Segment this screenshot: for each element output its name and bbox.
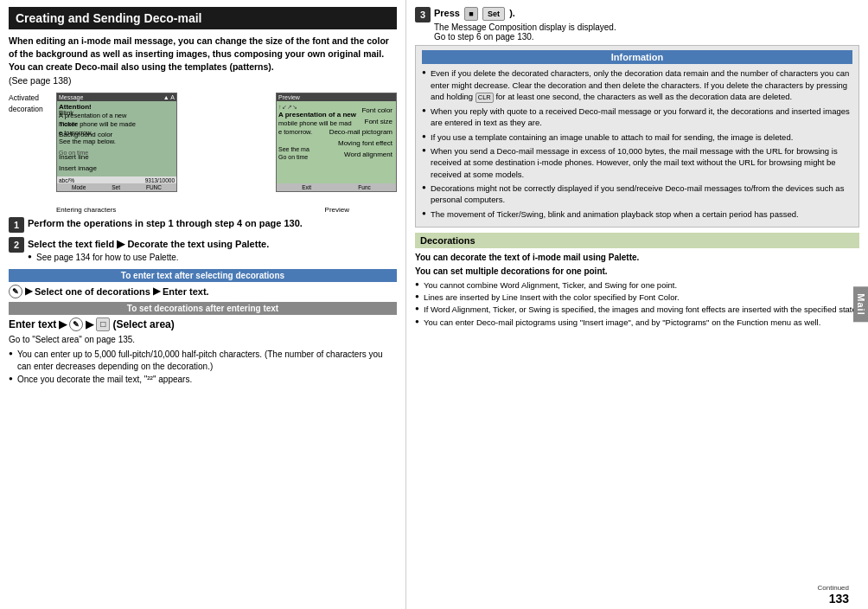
step3: 3 Press ■ Set ). The Message Composition… (415, 7, 859, 42)
left-panel: Creating and Sending Deco-mail When edit… (0, 0, 406, 609)
step3-content: Press ■ Set ). The Message Composition d… (434, 7, 859, 42)
deco-bold1: You can decorate the text of i-mode mail… (415, 252, 859, 264)
deco-bullet4: You can enter Deco-mail pictograms using… (415, 317, 859, 328)
info-bullet3: If you use a template containing an imag… (422, 131, 852, 143)
select-area-btn: □ (96, 317, 110, 331)
arrow-icon: ▶ (117, 238, 124, 250)
arrow4: ▶ (86, 318, 93, 330)
arrow2: ▶ (153, 285, 160, 297)
arrow1: ▶ (25, 285, 32, 297)
intro-text: When editing an i-mode mail message, you… (9, 35, 397, 87)
page-footer: Continued 133 (818, 584, 849, 606)
deco-bullet3: If Word Alignment, Ticker, or Swing is s… (415, 304, 859, 315)
set-icon: ■ (464, 7, 478, 21)
info-bullet5: Decorations might not be correctly displ… (422, 183, 852, 206)
edit-icon: ✎ (9, 285, 22, 298)
info-bullet4: When you send a Deco-mail message in exc… (422, 145, 852, 180)
intro-line1: When editing an i-mode mail message, you… (9, 35, 389, 59)
decorations-header: Decorations (415, 233, 859, 248)
info-section: Information Even if you delete the decor… (415, 45, 859, 228)
gray-bar1: To set decorations after entering text (9, 302, 397, 315)
step3-number: 3 (415, 7, 431, 22)
intro-line3: (See page 138) (9, 75, 71, 86)
info-bullet6: The movement of Ticker/Swing, blink and … (422, 208, 852, 220)
instruction1: ✎ ▶ Select one of decorations ▶ Enter te… (9, 285, 397, 298)
right-panel: 3 Press ■ Set ). The Message Composition… (406, 0, 868, 609)
preview-footer: Exit Func (277, 183, 396, 191)
entering-label: Entering characters (56, 206, 116, 214)
step3-desc1: The Message Composition display is displ… (434, 22, 859, 32)
edit-icon2: ✎ (69, 317, 83, 331)
diagram: Activated decoration Message ▲ A Attenti… (9, 93, 397, 214)
step2-text: Select the text field ▶ Decorate the tex… (28, 237, 397, 252)
step1-text: Perform the operations in step 1 through… (28, 217, 397, 230)
continued-text: Continued (818, 584, 849, 592)
step1-number: 1 (9, 217, 24, 233)
diagram-left-label: Activated decoration (9, 93, 43, 115)
page-title: Creating and Sending Deco-mail (9, 7, 397, 29)
bullet2: Once you decorate the mail text, "²²" ap… (9, 374, 397, 386)
enter-text-line: Enter text ▶ ✎ ▶ □ (Select area) (9, 317, 397, 331)
preview-caption: Preview (325, 206, 349, 214)
preview-title-bar: Preview (277, 93, 396, 101)
blue-bar1: To enter text after selecting decoration… (9, 269, 397, 282)
goto-text: Go to "Select area" on page 135. (9, 334, 397, 346)
arrow3: ▶ (59, 318, 67, 330)
step1-content: Perform the operations in step 1 through… (28, 217, 397, 230)
step2-content: Select the text field ▶ Decorate the tex… (28, 237, 397, 265)
clr-btn: CLR (475, 93, 494, 103)
phone-title-bar: Message ▲ A (57, 93, 176, 101)
intro-line2: You can create Deco-mail also using the … (9, 61, 274, 72)
step3-text: Press ■ Set ). (434, 7, 859, 21)
bullet1: You can enter up to 5,000 full-pitch/10,… (9, 349, 397, 373)
deco-bullet2: Lines are inserted by Line Insert with t… (415, 292, 859, 303)
step2-bullet: See page 134 for how to use Palette. (28, 252, 397, 264)
step2-number: 2 (9, 237, 24, 253)
info-bullet2: When you reply with quote to a received … (422, 106, 852, 129)
step2: 2 Select the text field ▶ Decorate the t… (9, 237, 397, 265)
step3-desc2: Go to step 6 on page 130. (434, 32, 859, 42)
deco-bold2: You can set multiple decorations for one… (415, 266, 859, 278)
decorations-section: Decorations You can decorate the text of… (415, 233, 859, 328)
set-btn: Set (482, 7, 505, 21)
info-header: Information (422, 50, 852, 64)
step1: 1 Perform the operations in step 1 throu… (9, 217, 397, 233)
page-number: 133 (818, 592, 849, 606)
deco-bullet1: You cannot combine Word Alignment, Ticke… (415, 279, 859, 291)
side-tab: Mail (853, 286, 868, 322)
info-bullet1: Even if you delete the decorated charact… (422, 67, 852, 103)
phone-footer3: Mode Set FUNC (57, 183, 176, 191)
right-annotations: Font color Font size Deco-mail pictogram… (329, 106, 393, 161)
blink-label: Blink Ticker Background color Insert lin… (59, 108, 112, 175)
